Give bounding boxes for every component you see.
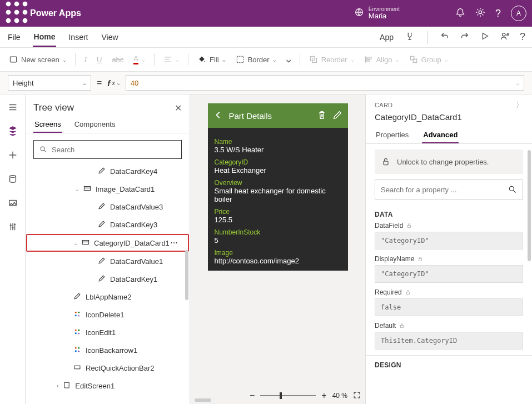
tree-scrollbar[interactable]	[185, 250, 188, 300]
italic-button[interactable]: I	[83, 53, 88, 66]
tree-item-DataCardKey3[interactable]: DataCardKey3	[26, 216, 190, 233]
edit-icon	[98, 220, 106, 230]
svg-point-30	[78, 347, 79, 348]
svg-rect-32	[74, 366, 80, 369]
properties-tab[interactable]: Properties	[375, 127, 410, 143]
user-avatar[interactable]: A	[511, 6, 526, 21]
underline-button[interactable]: U	[96, 53, 103, 66]
zoom-slider[interactable]	[260, 395, 316, 396]
fill-button[interactable]: Fill⌵	[196, 53, 227, 66]
svg-point-8	[24, 19, 27, 22]
property-search[interactable]	[375, 179, 523, 199]
svg-point-10	[479, 11, 481, 13]
add-icon[interactable]	[8, 150, 18, 162]
app-button[interactable]: App	[379, 28, 395, 46]
advanced-tab[interactable]: Advanced	[422, 127, 459, 143]
new-screen-button[interactable]: New screen ⌵	[8, 53, 67, 66]
menu-home[interactable]: Home	[33, 28, 57, 47]
card-icon	[83, 184, 91, 194]
formula-input[interactable]: 40 ⌵	[126, 75, 524, 91]
edit-icon[interactable]	[332, 110, 342, 122]
chevron-down-icon[interactable]: ⌵	[74, 240, 77, 246]
help-icon[interactable]: ?	[495, 8, 501, 19]
chevron-overflow-icon[interactable]: ⌵	[285, 53, 292, 66]
tree-item-label: DataCardKey4	[110, 167, 157, 176]
property-selector[interactable]: Height ⌵	[8, 75, 91, 91]
group-button[interactable]: Group⌵	[408, 53, 449, 66]
chevron-down-icon[interactable]: ⌵	[76, 186, 79, 192]
fx-button[interactable]: fx⌵	[107, 78, 120, 88]
hamburger-icon[interactable]	[8, 102, 18, 114]
reorder-button[interactable]: Reorder⌵	[308, 53, 355, 66]
tree-item-label: EditScreen1	[75, 382, 115, 390]
notifications-icon[interactable]	[455, 7, 465, 19]
tree-item-label: RectQuickActionBar2	[86, 364, 155, 372]
svg-point-27	[78, 329, 79, 331]
share-icon[interactable]	[500, 31, 510, 43]
tree-search-input[interactable]	[52, 146, 176, 154]
waffle-icon[interactable]	[6, 1, 28, 26]
prop-input-Required[interactable]: false	[375, 298, 523, 316]
tree-item-IconEdit1[interactable]: IconEdit1	[26, 323, 190, 341]
tree-view-icon[interactable]	[8, 126, 18, 138]
zoom-in-icon[interactable]: +	[321, 391, 326, 401]
tree-item-Image_DataCard1[interactable]: ⌵Image_DataCard1	[26, 180, 190, 198]
align-text-button[interactable]: ⌵	[162, 53, 180, 66]
more-icon[interactable]: ⋯	[170, 238, 179, 247]
strike-button[interactable]: abc	[111, 53, 125, 66]
svg-point-1	[16, 2, 18, 5]
field-label: Overview	[215, 179, 341, 187]
props-scrollbar[interactable]	[528, 150, 531, 261]
help2-icon[interactable]: ?	[520, 31, 525, 43]
menu-insert[interactable]: Insert	[67, 28, 89, 46]
checker-icon[interactable]	[405, 31, 415, 43]
settings-icon[interactable]	[475, 7, 485, 19]
back-icon[interactable]	[213, 110, 223, 122]
property-name-label: Height	[13, 79, 34, 87]
tree-item-LblAppName2[interactable]: LblAppName2	[26, 288, 190, 306]
tree-item-label: DataCardValue1	[110, 257, 163, 266]
tree-item-DataCardKey4[interactable]: DataCardKey4	[26, 162, 190, 180]
tree-item-RectQuickActionBar2[interactable]: RectQuickActionBar2	[26, 359, 190, 377]
chevron-right-icon[interactable]: ›	[57, 383, 58, 389]
redo-icon[interactable]	[460, 31, 470, 43]
tree-item-label: LblAppName2	[86, 293, 131, 301]
svg-point-3	[7, 11, 10, 13]
tree-item-DataCardValue1[interactable]: DataCardValue1	[26, 252, 190, 270]
environment-picker[interactable]: Environment Maria	[354, 6, 400, 20]
tree-item-EditScreen1[interactable]: ›EditScreen1	[26, 377, 190, 395]
svg-rect-22	[82, 240, 88, 244]
media-icon[interactable]	[8, 198, 18, 210]
play-icon[interactable]	[480, 31, 490, 43]
tree-item-DataCardValue3[interactable]: DataCardValue3	[26, 198, 190, 216]
expand-pane-icon[interactable]: 〉	[516, 100, 523, 110]
data-icon[interactable]	[8, 174, 18, 186]
border-button[interactable]: Border⌵	[235, 53, 277, 66]
menu-view[interactable]: View	[100, 28, 119, 46]
fit-icon[interactable]	[353, 391, 361, 401]
tree-item-label: CategoryID_DataCard1	[94, 239, 170, 247]
tree-item-DataCardKey1[interactable]: DataCardKey1	[26, 270, 190, 288]
svg-point-26	[75, 329, 77, 331]
property-search-input[interactable]	[381, 186, 504, 194]
delete-icon[interactable]	[317, 110, 327, 122]
font-color-button[interactable]: A⌵	[132, 52, 146, 67]
align-button[interactable]: Align⌵	[363, 53, 400, 66]
zoom-out-icon[interactable]: −	[250, 391, 255, 401]
unlock-banner[interactable]: Unlock to change properties.	[375, 149, 523, 174]
tools-icon[interactable]	[8, 222, 18, 233]
tree-item-IconDelete1[interactable]: IconDelete1	[26, 306, 190, 323]
tree-item-CategoryID_DataCard1[interactable]: ⌵CategoryID_DataCard1⋯	[26, 234, 189, 252]
prop-input-DataField[interactable]: "CategoryID"	[375, 232, 523, 250]
tree-search[interactable]	[33, 140, 182, 159]
undo-icon[interactable]	[440, 31, 450, 43]
menu-file[interactable]: File	[7, 28, 22, 46]
screens-tab[interactable]: Screens	[33, 117, 62, 133]
tree-item-IconBackarrow1[interactable]: IconBackarrow1	[26, 341, 190, 359]
prop-input-Default[interactable]: ThisItem.CategoryID	[375, 332, 523, 350]
svg-rect-34	[384, 161, 388, 164]
prop-input-DisplayName[interactable]: "CategoryID"	[375, 265, 523, 283]
close-panel-icon[interactable]: ✕	[175, 103, 182, 113]
field-value: http://contoso.com/image2	[215, 257, 341, 265]
components-tab[interactable]: Components	[73, 117, 117, 133]
